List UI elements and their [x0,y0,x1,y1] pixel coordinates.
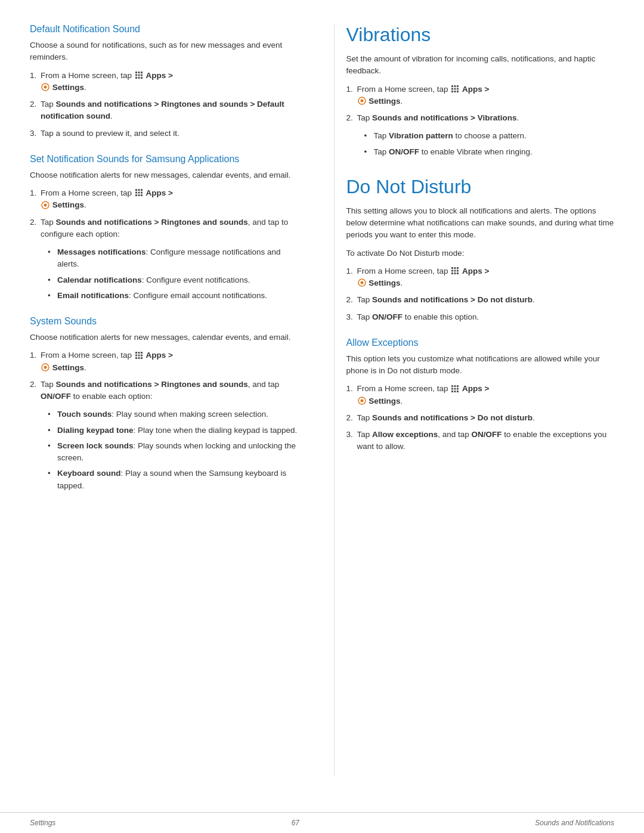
content-area: Default Notification Sound Choose a soun… [0,0,644,812]
system-sounds-bullets: Touch sounds: Play sound when making scr… [48,408,298,492]
svg-point-65 [360,399,363,402]
svg-rect-29 [138,357,140,359]
vibrations-steps: 1. From a Home screen, tap [346,83,615,125]
apps-icon [451,385,459,393]
svg-rect-56 [454,385,456,387]
step-text: Tap Sounds and notifications > Vibration… [357,113,519,122]
svg-rect-13 [141,189,143,191]
svg-rect-57 [457,385,459,387]
step-item: 2. Tap Sounds and notifications > Ringto… [30,216,298,241]
svg-rect-52 [457,272,459,274]
step-item: 1. From a Home screen, tap [346,83,615,108]
step-item: 2. Tap Sounds and notifications > Do not… [346,412,615,424]
step-number: 1. [346,383,353,395]
step-number: 3. [30,128,36,140]
vibrations-intro: Set the amount of vibration for incoming… [346,53,615,78]
step-number: 1. [346,265,353,277]
step-item: 3. Tap ON/OFF to enable this option. [346,311,615,323]
bullet-item: Email notifications: Configure email acc… [48,290,298,302]
svg-rect-23 [138,352,140,354]
svg-rect-39 [451,91,453,92]
bullet-item: Tap Vibration pattern to choose a patter… [364,130,615,142]
samsung-notifications-intro: Choose notification alerts for new messa… [30,169,298,181]
svg-rect-25 [135,354,137,356]
step-number: 2. [30,216,36,228]
step-item: 2. Tap Sounds and notifications > Ringto… [30,98,298,123]
settings-icon [41,83,49,91]
step-number: 2. [346,412,353,424]
settings-bold: Settings [52,83,84,92]
apps-icon [135,188,143,197]
step-text: Tap Sounds and notifications > Ringtones… [41,100,284,120]
svg-rect-28 [135,357,137,359]
apps-bold: Apps > [462,267,489,275]
settings-icon [358,97,366,105]
svg-rect-27 [141,354,143,356]
settings-icon [41,201,49,209]
svg-rect-33 [451,85,453,87]
apps-bold: Apps > [146,351,173,360]
step-number: 1. [30,70,36,82]
vibrations-bullets: Tap Vibration pattern to choose a patter… [364,130,615,158]
vibrations-title: Vibrations [346,24,615,46]
footer-right: Sounds and Notifications [535,819,614,827]
svg-point-32 [44,366,47,368]
svg-rect-24 [141,352,143,354]
step-number: 1. [346,83,353,95]
step-text: Tap Sounds and notifications > Do not di… [357,295,535,304]
svg-rect-6 [135,77,137,79]
svg-rect-18 [138,194,140,196]
settings-bold: Settings [369,278,400,287]
svg-rect-49 [457,270,459,272]
step-number: 1. [30,187,36,199]
svg-rect-60 [457,388,459,389]
svg-rect-5 [141,74,143,76]
svg-point-43 [360,100,363,103]
step-text: Tap ON/OFF to enable this option. [357,312,479,321]
step-text: From a Home screen, tap [357,384,490,405]
step-text: Tap Allow exceptions, and tap ON/OFF to … [357,430,607,451]
step-text: From a Home screen, tap [357,85,490,106]
footer-left: Settings [30,819,55,827]
step-text: Tap Sounds and notifications > Ringtones… [41,380,279,401]
svg-rect-34 [454,85,456,87]
svg-rect-15 [138,192,140,194]
apps-icon [135,71,143,79]
apps-bold: Apps > [146,188,173,197]
svg-rect-45 [454,267,456,269]
step-text: From a Home screen, tap [41,351,173,371]
footer-page-number: 67 [292,819,299,827]
svg-rect-41 [457,91,459,92]
svg-rect-22 [135,352,137,354]
allow-exceptions-steps: 1. From a Home screen, tap [346,383,615,453]
step-text: From a Home screen, tap [41,188,173,209]
step-text: Tap Sounds and notifications > Do not di… [357,413,535,422]
step-text: Tap Sounds and notifications > Ringtones… [41,218,288,239]
step-item: 2. Tap Sounds and notifications > Vibrat… [346,112,615,124]
settings-bold: Settings [369,397,400,405]
do-not-disturb-title: Do Not Disturb [346,176,615,198]
default-notification-steps: 1. From a Home screen, tap [30,70,298,140]
apps-bold: Apps > [146,71,173,80]
svg-rect-50 [451,272,453,274]
step-item: 3. Tap a sound to preview it, and select… [30,128,298,140]
bullet-item: Messages notifications: Configure messag… [48,246,298,271]
svg-rect-7 [138,77,140,79]
step-item: 1. From a Home screen, tap [30,349,298,374]
apps-icon [451,85,459,93]
step-item: 2. Tap Sounds and notifications > Do not… [346,294,615,306]
samsung-notifications-title: Set Notification Sounds for Samsung Appl… [30,154,298,165]
step-item: 1. From a Home screen, tap [30,187,298,212]
svg-point-54 [360,281,363,284]
svg-rect-55 [451,385,453,387]
settings-bold: Settings [369,97,400,106]
svg-rect-59 [454,388,456,389]
svg-rect-38 [457,88,459,89]
svg-rect-40 [454,91,456,92]
step-number: 2. [30,379,36,391]
settings-icon [358,278,366,287]
allow-exceptions-intro: This option lets you customize what noti… [346,353,615,377]
svg-rect-16 [141,192,143,194]
svg-rect-46 [457,267,459,269]
step-number: 2. [30,98,36,110]
